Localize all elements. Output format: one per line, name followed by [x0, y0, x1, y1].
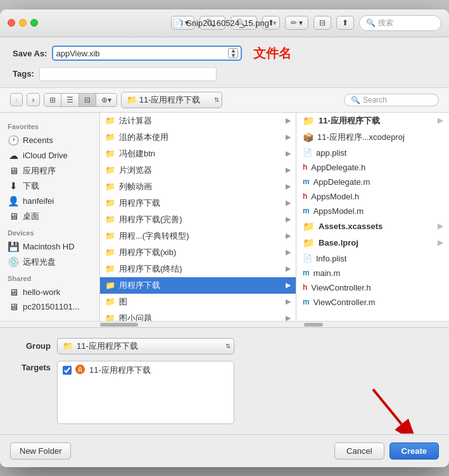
group-dropdown[interactable]: 📁 11-应用程序下载 — [57, 338, 234, 354]
right-list-item[interactable]: 📁 11-应用程序下载 ▶ — [296, 113, 449, 129]
tags-input[interactable] — [39, 67, 217, 81]
title-search[interactable]: 🔍 搜索 — [359, 15, 441, 31]
user-icon: 👤 — [8, 196, 19, 207]
plist-icon: 📄 — [303, 254, 312, 263]
right-list-item[interactable]: h AppDelegate.h — [296, 160, 449, 175]
sidebar-item-macintosh[interactable]: 💾 Macintosh HD — [0, 239, 99, 254]
target-checkbox[interactable] — [63, 366, 72, 375]
list-item[interactable]: 📁 片浏览器 ▶ — [100, 162, 296, 178]
hscroll-thumb[interactable] — [100, 323, 138, 327]
list-item[interactable]: 📁 用程序下载(xib) ▶ — [100, 244, 296, 261]
folder-icon: 📁 — [105, 198, 115, 208]
titlebar: 📄 Snip20160524_15.png ▾ ⊞▾ 🔍− 🔍+ ⬆ ✏ ▾ ⊟… — [0, 9, 449, 37]
list-item[interactable]: 📁 列帧动画 ▶ — [100, 178, 296, 195]
close-button[interactable] — [8, 19, 15, 27]
pc-icon: 🖥 — [8, 301, 19, 312]
back-button[interactable]: ‹ — [10, 93, 23, 106]
favorites-header: Favorites — [0, 118, 99, 133]
right-list-item[interactable]: m ViewController.m — [296, 295, 449, 310]
right-list-item[interactable]: m AppDelegate.m — [296, 175, 449, 189]
list-item[interactable]: 📁 用程序下载 ▶ — [100, 195, 296, 211]
hscroll-thumb-right[interactable] — [304, 323, 323, 327]
copy-btn[interactable]: ⊟ — [313, 16, 331, 30]
create-button[interactable]: Create — [389, 442, 439, 460]
list-item[interactable]: 📁 沮的基本使用 ▶ — [100, 129, 296, 146]
arrow-icon: ▶ — [286, 116, 291, 125]
list-item[interactable]: 📁 冯创建btn ▶ — [100, 146, 296, 162]
list-view-btn[interactable]: ☰ — [61, 94, 79, 106]
hscroll-track[interactable] — [0, 321, 449, 327]
path-dropdown[interactable]: 📁 11-应用程序下载 — [121, 92, 222, 108]
right-list-item[interactable]: h AppsModel.h — [296, 189, 449, 204]
filename-annotation: 文件名 — [253, 45, 291, 62]
folder-icon: 📁 — [105, 215, 115, 224]
right-list-item[interactable]: 📄 Info.plist — [296, 251, 449, 266]
gallery-view-btn[interactable]: ⊕▾ — [96, 94, 117, 106]
tags-row: Tags: — [0, 67, 449, 87]
saveas-input-wrapper[interactable]: ▲▼ — [52, 46, 242, 61]
minimize-button[interactable] — [19, 19, 27, 27]
footer-container: New Folder Cancel Create — [0, 434, 449, 467]
targets-row: Targets 🅐 11-应用程序下载 — [13, 361, 436, 424]
list-item-selected[interactable]: 📁 用程序下载 ▶ — [100, 277, 296, 294]
list-item[interactable]: 📁 图 ▶ — [100, 294, 296, 310]
arrow-icon: ▶ — [286, 149, 291, 158]
m-file-icon: m — [303, 298, 310, 306]
list-item[interactable]: 📁 用程...(字典转模型) ▶ — [100, 228, 296, 244]
downloads-icon: ⬇ — [8, 180, 19, 192]
action-btn[interactable]: ⬆ — [336, 16, 354, 30]
middle-panel: 📁 法计算器 ▶ 📁 沮的基本使用 ▶ 📁 冯创建btn ▶ — [100, 113, 296, 321]
lproj-icon: 📁 — [303, 237, 315, 249]
sidebar-item-hello-work[interactable]: 🖥 hello-work — [0, 285, 99, 299]
list-item[interactable]: 📁 法计算器 ▶ — [100, 113, 296, 129]
plist-icon: 📄 — [303, 148, 312, 157]
icloud-icon: ☁ — [8, 150, 19, 161]
right-list-item[interactable]: 📁 Assets.xcassets ▶ — [296, 218, 449, 235]
sidebar-item-pc[interactable]: 🖥 pc201501101... — [0, 299, 99, 314]
sidebar-item-apps[interactable]: 🖥 应用程序 — [0, 163, 99, 178]
saveas-spinner[interactable]: ▲▼ — [228, 48, 238, 58]
column-view-btn[interactable]: ⊟ — [79, 94, 96, 106]
sidebar-item-recents[interactable]: 🕐 Recents — [0, 133, 99, 148]
folder-icon: 📁 — [105, 149, 115, 158]
sidebar-item-desktop[interactable]: 🖥 桌面 — [0, 209, 99, 224]
title-icon: 📄 — [172, 18, 182, 28]
target-item[interactable]: 🅐 11-应用程序下载 — [58, 361, 234, 379]
folder-icon: 📁 — [105, 264, 115, 273]
bottom-area: Group 📁 11-应用程序下载 Targets 🅐 11-应用程序下载 — [0, 327, 449, 434]
right-list-item[interactable]: 📦 11-应用程序...xcodeproj — [296, 129, 449, 146]
sidebar: Favorites 🕐 Recents ☁ iCloud Drive 🖥 应用程… — [0, 113, 100, 321]
right-list-item[interactable]: m main.m — [296, 266, 449, 280]
right-list-item[interactable]: 📄 app.plist — [296, 146, 449, 160]
browser-search[interactable]: 🔍 Search — [344, 94, 439, 106]
sidebar-item-remote[interactable]: 💿 远程光盘 — [0, 254, 99, 270]
sidebar-item-downloads[interactable]: ⬇ 下载 — [0, 178, 99, 194]
arrow-icon: ▶ — [286, 133, 291, 141]
sidebar-item-hanfeifei[interactable]: 👤 hanfeifei — [0, 194, 99, 209]
arrow-icon: ▶ — [286, 232, 291, 240]
right-list-item[interactable]: m AppsModel.m — [296, 204, 449, 218]
right-list-item[interactable]: h ViewController.h — [296, 280, 449, 295]
cancel-button[interactable]: Cancel — [334, 442, 384, 460]
new-folder-button[interactable]: New Folder — [10, 442, 71, 460]
icon-view-btn[interactable]: ⊞ — [44, 94, 61, 106]
folder-icon: 📁 — [105, 313, 115, 321]
list-item[interactable]: 📁 图小问题 ▶ — [100, 310, 296, 321]
group-label: Group — [13, 341, 51, 351]
sidebar-item-icloud[interactable]: ☁ iCloud Drive — [0, 148, 99, 163]
arrow-icon: ▶ — [286, 166, 291, 174]
saveas-input[interactable] — [56, 49, 228, 58]
list-item[interactable]: 📁 用程序下载(完善) ▶ — [100, 211, 296, 228]
pen-btn[interactable]: ✏ ▾ — [285, 16, 308, 30]
fullscreen-button[interactable] — [30, 19, 38, 27]
forward-button[interactable]: › — [27, 93, 39, 106]
list-item[interactable]: 📁 用程序下载(终结) ▶ — [100, 261, 296, 277]
browser-panels: Favorites 🕐 Recents ☁ iCloud Drive 🖥 应用程… — [0, 112, 449, 321]
folder-icon: 📁 — [105, 165, 115, 175]
right-list-item[interactable]: 📁 Base.lproj ▶ — [296, 235, 449, 251]
arrow-icon: ▶ — [286, 248, 291, 256]
arrow-icon: ▶ — [438, 222, 443, 230]
view-mode-group: ⊞ ☰ ⊟ ⊕▾ — [44, 93, 117, 107]
m-file-icon: m — [303, 268, 310, 277]
arrow-icon: ▶ — [286, 281, 291, 289]
